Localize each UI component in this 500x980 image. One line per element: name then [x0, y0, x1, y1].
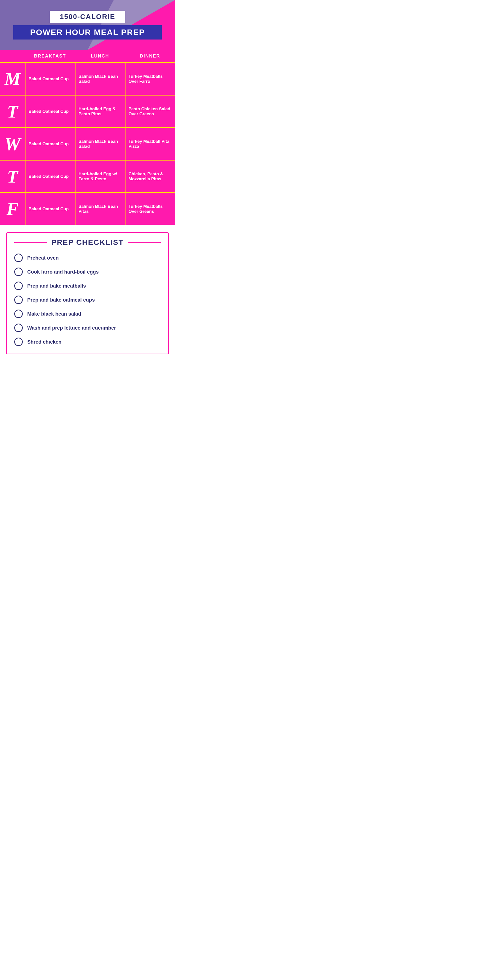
meal-section: BREAKFAST LUNCH DINNER M Baked Oatmeal C… — [0, 50, 175, 225]
day-cell-f: F — [0, 193, 25, 225]
header-content: 1500-CALORIE POWER HOUR MEAL PREP — [0, 0, 175, 50]
checklist-circle-2[interactable] — [14, 282, 23, 290]
checklist-label-4: Make black bean salad — [27, 311, 81, 317]
checklist-circle-0[interactable] — [14, 254, 23, 262]
checklist-circle-1[interactable] — [14, 267, 23, 276]
checklist-item-3: Prep and bake oatmeal cups — [14, 296, 161, 304]
breakfast-tuesday: Baked Oatmeal Cup — [25, 95, 75, 127]
checklist-label-3: Prep and bake oatmeal cups — [27, 297, 95, 303]
checklist-item-2: Prep and bake meatballs — [14, 282, 161, 290]
breakfast-monday: Baked Oatmeal Cup — [25, 63, 75, 95]
checklist-items: Preheat oven Cook farro and hard-boil eg… — [14, 254, 161, 346]
checklist-circle-3[interactable] — [14, 296, 23, 304]
column-headers: BREAKFAST LUNCH DINNER — [0, 50, 175, 62]
day-cell-m: M — [0, 63, 25, 95]
checklist-border: PREP CHECKLIST Preheat oven Cook farro a… — [6, 232, 169, 354]
checklist-label-1: Cook farro and hard-boil eggs — [27, 269, 99, 275]
meal-rows: M Baked Oatmeal Cup Salmon Black Bean Sa… — [0, 62, 175, 225]
calorie-text: 1500-CALORIE — [60, 13, 115, 21]
page-wrapper: 1500-CALORIE POWER HOUR MEAL PREP BREAKF… — [0, 0, 175, 364]
checklist-line-left — [14, 242, 47, 243]
meal-row-tuesday: T Baked Oatmeal Cup Hard-boiled Egg & Pe… — [0, 95, 175, 127]
col-header-lunch: LUNCH — [75, 50, 125, 62]
lunch-wednesday: Salmon Black Bean Salad — [75, 128, 125, 160]
day-letter-t2: T — [7, 167, 18, 186]
day-letter-t1: T — [7, 102, 18, 121]
dinner-thursday: Chicken, Pesto & Mozzarella Pitas — [125, 161, 175, 192]
col-header-breakfast: BREAKFAST — [25, 50, 75, 62]
dinner-friday: Turkey Meatballs Over Greens — [125, 193, 175, 225]
lunch-monday: Salmon Black Bean Salad — [75, 63, 125, 95]
checklist-circle-4[interactable] — [14, 310, 23, 318]
checklist-line-right — [128, 242, 161, 243]
checklist-label-0: Preheat oven — [27, 255, 59, 261]
checklist-circle-6[interactable] — [14, 337, 23, 346]
meal-row-wednesday: W Baked Oatmeal Cup Salmon Black Bean Sa… — [0, 127, 175, 160]
col-header-dinner: DINNER — [125, 50, 175, 62]
day-letter-m: M — [5, 70, 21, 88]
checklist-section: PREP CHECKLIST Preheat oven Cook farro a… — [0, 225, 175, 364]
day-letter-w: W — [5, 135, 21, 153]
dinner-monday: Turkey Meatballs Over Farro — [125, 63, 175, 95]
calorie-badge: 1500-CALORIE — [50, 11, 125, 23]
checklist-title-row: PREP CHECKLIST — [14, 238, 161, 247]
checklist-item-4: Make black bean salad — [14, 310, 161, 318]
meal-row-thursday: T Baked Oatmeal Cup Hard-boiled Egg w/ F… — [0, 160, 175, 192]
lunch-friday: Salmon Black Bean Pitas — [75, 193, 125, 225]
checklist-item-5: Wash and prep lettuce and cucumber — [14, 324, 161, 332]
checklist-item-0: Preheat oven — [14, 254, 161, 262]
checklist-label-2: Prep and bake meatballs — [27, 283, 86, 289]
col-header-spacer — [0, 50, 25, 62]
day-cell-t1: T — [0, 95, 25, 127]
title-badge: POWER HOUR MEAL PREP — [13, 25, 162, 40]
header-section: 1500-CALORIE POWER HOUR MEAL PREP — [0, 0, 175, 50]
checklist-item-1: Cook farro and hard-boil eggs — [14, 267, 161, 276]
breakfast-wednesday: Baked Oatmeal Cup — [25, 128, 75, 160]
lunch-thursday: Hard-boiled Egg w/ Farro & Pesto — [75, 161, 125, 192]
dinner-tuesday: Pesto Chicken Salad Over Greens — [125, 95, 175, 127]
checklist-circle-5[interactable] — [14, 324, 23, 332]
meal-row-friday: F Baked Oatmeal Cup Salmon Black Bean Pi… — [0, 192, 175, 225]
breakfast-thursday: Baked Oatmeal Cup — [25, 161, 75, 192]
checklist-label-5: Wash and prep lettuce and cucumber — [27, 325, 116, 331]
lunch-tuesday: Hard-boiled Egg & Pesto Pitas — [75, 95, 125, 127]
checklist-title: PREP CHECKLIST — [51, 238, 124, 247]
day-cell-w: W — [0, 128, 25, 160]
meal-row-monday: M Baked Oatmeal Cup Salmon Black Bean Sa… — [0, 62, 175, 95]
day-cell-t2: T — [0, 161, 25, 192]
title-text: POWER HOUR MEAL PREP — [30, 28, 145, 37]
day-letter-f: F — [6, 200, 19, 218]
checklist-item-6: Shred chicken — [14, 337, 161, 346]
breakfast-friday: Baked Oatmeal Cup — [25, 193, 75, 225]
dinner-wednesday: Turkey Meatball Pita Pizza — [125, 128, 175, 160]
checklist-label-6: Shred chicken — [27, 339, 62, 345]
